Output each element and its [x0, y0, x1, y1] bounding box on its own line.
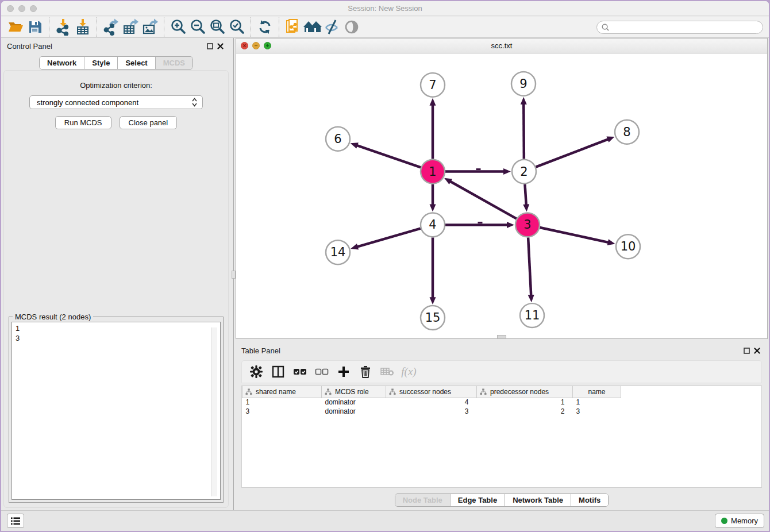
close-panel-icon[interactable]	[215, 41, 225, 51]
search-icon	[601, 23, 610, 32]
column-header-successor-nodes[interactable]: successor nodes	[386, 386, 477, 398]
add-row-icon[interactable]	[334, 363, 353, 381]
table-row[interactable]: 3 dominator 3 2 3	[242, 407, 621, 416]
memory-label: Memory	[731, 516, 758, 525]
application-window: Session: New Session	[1, 1, 769, 531]
export-image-icon[interactable]	[140, 18, 160, 36]
tab-network[interactable]: Network	[40, 57, 84, 69]
export-network-icon[interactable]	[101, 18, 121, 36]
search-input[interactable]	[613, 24, 763, 32]
graph-node-label: 2	[520, 165, 528, 179]
graph-edge-arrow	[351, 142, 359, 148]
graph-node-label: 8	[623, 125, 630, 139]
graph-edge-1-6[interactable]	[356, 145, 421, 167]
close-panel-button[interactable]: Close panel	[120, 116, 178, 129]
network-resize-grip[interactable]	[497, 335, 506, 339]
memory-button[interactable]: Memory	[715, 514, 764, 528]
graph-edge-arrow	[430, 297, 436, 304]
close-table-panel-icon[interactable]	[752, 345, 762, 356]
tab-style[interactable]: Style	[84, 57, 117, 69]
show-all-icon[interactable]	[342, 18, 361, 36]
graph-edge-arrow	[528, 295, 534, 302]
control-panel: Control Panel Network Style Select MCDS …	[1, 38, 231, 510]
column-header-mcds-role[interactable]: MCDS role	[322, 386, 386, 398]
control-panel-tabs: Network Style Select MCDS	[1, 56, 231, 70]
zoom-in-icon[interactable]	[168, 18, 188, 36]
graph-edge-3-1[interactable]	[449, 181, 517, 219]
zoom-out-icon[interactable]	[188, 18, 207, 36]
graph-edge-arrow	[351, 244, 359, 250]
column-header-predecessor-nodes[interactable]: predecessor nodes	[477, 386, 573, 398]
graph-node-label: 4	[429, 218, 436, 232]
graph-edge-2-8[interactable]	[536, 139, 610, 167]
graph-edge-4-14[interactable]	[356, 229, 421, 248]
column-header-shared-name[interactable]: shared name	[242, 386, 322, 398]
delete-table-icon[interactable]	[378, 363, 396, 381]
graph-edge-3-11[interactable]	[528, 237, 531, 296]
column-header-name[interactable]: name	[573, 386, 621, 398]
tab-network-table[interactable]: Network Table	[505, 494, 571, 506]
chevron-up-down-icon	[192, 98, 197, 107]
float-table-panel-icon[interactable]	[741, 345, 752, 356]
new-network-from-selection-icon[interactable]	[283, 18, 303, 36]
graph-edge-3-10[interactable]	[540, 228, 609, 242]
import-table-icon[interactable]	[73, 18, 93, 36]
column-type-icon	[389, 388, 396, 395]
tab-motifs[interactable]: Motifs	[571, 494, 608, 506]
tab-mcds[interactable]: MCDS	[155, 57, 192, 69]
list-icon	[10, 516, 21, 526]
graph-node-label: 7	[429, 78, 436, 92]
node-table: shared name MCDS role successor nodes pr…	[241, 385, 762, 488]
first-neighbors-icon[interactable]	[303, 18, 322, 36]
hide-selected-icon[interactable]	[322, 18, 342, 36]
tab-edge-table[interactable]: Edge Table	[450, 494, 505, 506]
optimization-criterion-label: Optimization criterion:	[4, 81, 228, 90]
tab-select[interactable]: Select	[117, 57, 155, 69]
graph-edge-2-3[interactable]	[525, 184, 526, 206]
show-columns-icon[interactable]	[268, 363, 287, 381]
table-row[interactable]: 1 dominator 4 1 1	[242, 398, 621, 407]
criterion-selected-value: strongly connected component	[37, 98, 192, 107]
table-panel-title: Table Panel	[241, 346, 741, 355]
column-type-icon	[325, 388, 332, 395]
status-bar: Memory	[1, 510, 769, 531]
result-scrollbar[interactable]	[211, 327, 217, 496]
graph-edge-arrow	[523, 204, 529, 211]
network-canvas[interactable]: 7968124314101511	[236, 53, 767, 338]
tab-node-table[interactable]: Node Table	[395, 494, 450, 506]
mcds-result-text[interactable]: 1 3	[11, 322, 221, 500]
criterion-select[interactable]: strongly connected component	[29, 95, 203, 109]
window-titlebar: Session: New Session	[1, 1, 769, 16]
task-history-button[interactable]	[7, 514, 24, 528]
open-folder-icon[interactable]	[6, 18, 25, 36]
network-window-title: scc.txt	[236, 41, 767, 50]
mcds-result-line: 3	[16, 333, 217, 343]
panel-splitter[interactable]	[231, 38, 236, 510]
search-box[interactable]	[596, 21, 763, 34]
graph-edge-2-9[interactable]	[523, 103, 524, 159]
column-type-icon	[480, 388, 487, 395]
float-panel-icon[interactable]	[205, 41, 215, 51]
toolbar-separator	[164, 17, 164, 37]
zoom-selected-icon[interactable]	[227, 18, 247, 36]
graph-edge-arrow	[430, 204, 436, 211]
export-table-icon[interactable]	[121, 18, 140, 36]
graph-edge-arrow	[521, 97, 527, 105]
zoom-fit-icon[interactable]	[207, 18, 227, 36]
refresh-view-icon[interactable]	[255, 18, 275, 36]
graph-node-label: 14	[330, 245, 346, 259]
deselect-all-icon[interactable]	[312, 363, 331, 381]
graph-edge-arrow	[430, 98, 436, 106]
function-builder-icon[interactable]: f(x)	[399, 363, 418, 381]
memory-status-icon	[721, 518, 727, 524]
network-view-window: × – + scc.txt 7968124314101511	[236, 38, 768, 339]
delete-rows-icon[interactable]	[356, 363, 375, 381]
run-mcds-button[interactable]: Run MCDS	[55, 116, 111, 129]
mcds-panel-body: Optimization criterion: strongly connect…	[3, 70, 229, 508]
splitter-grip[interactable]	[232, 271, 236, 279]
import-network-icon[interactable]	[53, 18, 73, 36]
column-type-icon	[245, 388, 252, 395]
save-session-icon[interactable]	[25, 18, 45, 36]
select-all-icon[interactable]	[290, 363, 309, 381]
table-settings-icon[interactable]	[247, 363, 265, 381]
